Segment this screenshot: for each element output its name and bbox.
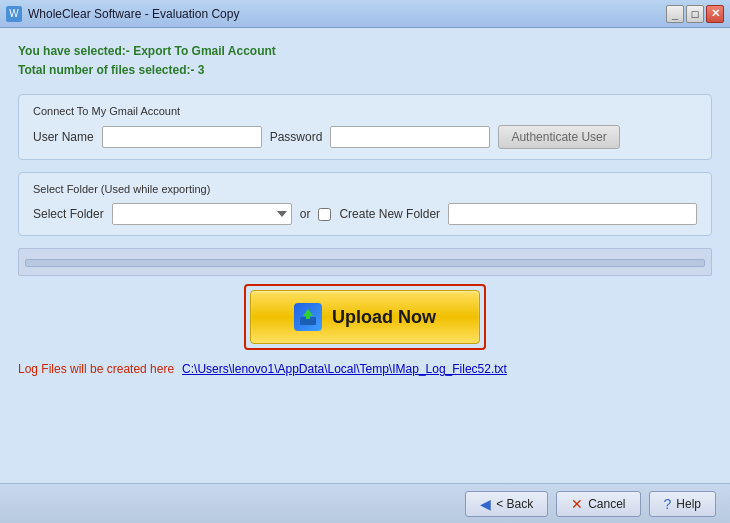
- svg-rect-2: [306, 313, 310, 319]
- or-text: or: [300, 207, 311, 221]
- password-label: Password: [270, 130, 323, 144]
- selected-info: You have selected:- Export To Gmail Acco…: [18, 42, 712, 80]
- progress-area: [18, 248, 712, 276]
- title-bar: W WholeClear Software - Evaluation Copy …: [0, 0, 730, 28]
- upload-btn-wrapper: Upload Now: [244, 284, 486, 350]
- log-files-label: Log Files will be created here: [18, 362, 174, 376]
- gmail-section: Connect To My Gmail Account User Name Pa…: [18, 94, 712, 160]
- main-content: You have selected:- Export To Gmail Acco…: [0, 28, 730, 483]
- back-icon: ◀: [480, 496, 491, 512]
- gmail-section-label: Connect To My Gmail Account: [33, 105, 697, 117]
- password-input[interactable]: [330, 126, 490, 148]
- title-bar-left: W WholeClear Software - Evaluation Copy: [6, 6, 239, 22]
- select-folder-label: Select Folder: [33, 207, 104, 221]
- upload-now-button[interactable]: Upload Now: [250, 290, 480, 344]
- app-icon: W: [6, 6, 22, 22]
- help-button[interactable]: ? Help: [649, 491, 716, 517]
- credentials-row: User Name Password Authenticate User: [33, 125, 697, 149]
- folder-select-dropdown[interactable]: [112, 203, 292, 225]
- bottom-nav: ◀ < Back ✕ Cancel ? Help: [0, 483, 730, 523]
- maximize-button[interactable]: □: [686, 5, 704, 23]
- cancel-label: Cancel: [588, 497, 625, 511]
- folder-section: Select Folder (Used while exporting) Sel…: [18, 172, 712, 236]
- upload-icon: [294, 303, 322, 331]
- close-button[interactable]: ✕: [706, 5, 724, 23]
- folder-row: Select Folder or Create New Folder: [33, 203, 697, 225]
- help-label: Help: [676, 497, 701, 511]
- back-button[interactable]: ◀ < Back: [465, 491, 548, 517]
- new-folder-input[interactable]: [448, 203, 697, 225]
- authenticate-button[interactable]: Authenticate User: [498, 125, 619, 149]
- selected-line2: Total number of files selected:- 3: [18, 61, 712, 80]
- folder-section-label: Select Folder (Used while exporting): [33, 183, 697, 195]
- title-bar-text: WholeClear Software - Evaluation Copy: [28, 7, 239, 21]
- log-files-row: Log Files will be created here C:\Users\…: [18, 362, 712, 376]
- create-folder-checkbox[interactable]: [318, 208, 331, 221]
- create-folder-label: Create New Folder: [339, 207, 440, 221]
- upload-button-label: Upload Now: [332, 307, 436, 328]
- log-files-link[interactable]: C:\Users\lenovo1\AppData\Local\Temp\IMap…: [182, 362, 507, 376]
- username-input[interactable]: [102, 126, 262, 148]
- cancel-button[interactable]: ✕ Cancel: [556, 491, 640, 517]
- cancel-icon: ✕: [571, 496, 583, 512]
- minimize-button[interactable]: _: [666, 5, 684, 23]
- title-bar-controls: _ □ ✕: [666, 5, 724, 23]
- upload-area: Upload Now: [18, 284, 712, 350]
- selected-line1: You have selected:- Export To Gmail Acco…: [18, 42, 712, 61]
- username-label: User Name: [33, 130, 94, 144]
- progress-bar-track: [25, 259, 705, 267]
- help-icon: ?: [664, 496, 672, 512]
- back-label: < Back: [496, 497, 533, 511]
